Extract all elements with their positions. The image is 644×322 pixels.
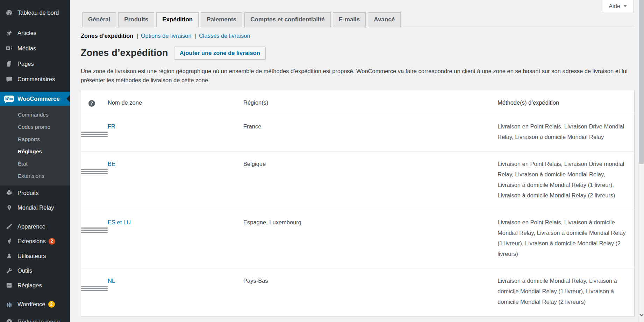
sidebar-item-apparence[interactable]: Apparence bbox=[0, 219, 70, 234]
submenu-item-etat[interactable]: État bbox=[0, 158, 70, 170]
help-icon[interactable]: ? bbox=[88, 100, 95, 107]
sidebar-item-label: WooCommerce bbox=[17, 96, 60, 102]
sidebar-item-label: Commentaires bbox=[17, 76, 55, 83]
tools-icon bbox=[5, 267, 13, 274]
table-header-regions: Région(s) bbox=[243, 97, 498, 108]
tab-produits[interactable]: Produits bbox=[118, 12, 154, 27]
submenu-item-rapports[interactable]: Rapports bbox=[0, 133, 70, 145]
products-icon bbox=[5, 189, 13, 196]
menu-separator bbox=[0, 20, 70, 25]
page-title: Zones d’expédition bbox=[81, 48, 168, 58]
zone-row-fr: FR France Livraison en Point Relais, Liv… bbox=[81, 114, 634, 151]
media-icon bbox=[5, 45, 13, 52]
tab-paiements[interactable]: Paiements bbox=[201, 12, 242, 27]
woocommerce-submenu: Commandes Codes promo Rapports Réglages … bbox=[0, 106, 70, 186]
drag-handle-icon[interactable] bbox=[81, 227, 108, 233]
sidebar-item-mondial-relay[interactable]: Mondial Relay bbox=[0, 200, 70, 215]
subnav-classes-livraison[interactable]: Classes de livraison bbox=[199, 33, 250, 39]
submenu-item-extensions[interactable]: Extensions bbox=[0, 170, 70, 182]
sidebar-item-label: Articles bbox=[17, 30, 36, 36]
sidebar-item-label: Outils bbox=[17, 267, 32, 274]
menu-separator bbox=[0, 215, 70, 219]
sidebar-item-label: Utilisateurs bbox=[17, 253, 46, 259]
zone-methods: Livraison en Point Relais, Livraison Dri… bbox=[498, 121, 634, 142]
pin-icon bbox=[5, 30, 13, 36]
subnav-zones-expedition[interactable]: Zones d’expédition bbox=[81, 33, 133, 39]
sidebar-item-label: Mondial Relay bbox=[17, 204, 54, 211]
plugins-icon bbox=[5, 238, 13, 245]
sidebar-item-label: Médias bbox=[17, 45, 36, 52]
sidebar-item-utilisateurs[interactable]: Utilisateurs bbox=[0, 248, 70, 263]
zone-row-es-lu: ES et LU Espagne, Luxembourg Livraison e… bbox=[81, 210, 634, 268]
zone-name-link[interactable]: BE bbox=[108, 161, 115, 167]
subnav-separator: | bbox=[137, 33, 138, 39]
table-header-row: ? Nom de zone Région(s) Méthode(s) d’exp… bbox=[81, 90, 634, 114]
settings-icon bbox=[5, 282, 13, 288]
zone-name-link[interactable]: FR bbox=[108, 123, 115, 130]
zone-name-link[interactable]: ES et LU bbox=[108, 219, 131, 225]
menu-separator bbox=[0, 87, 70, 92]
zone-methods: Livraison en Point Relais, Livraison à d… bbox=[498, 217, 634, 259]
sidebar-item-wordfence[interactable]: Wordfence 2 bbox=[0, 297, 70, 312]
chevron-down-icon bbox=[623, 5, 627, 9]
sidebar-item-label: Réglages bbox=[17, 282, 42, 289]
tab-expedition[interactable]: Expédition bbox=[156, 12, 199, 27]
tab-avance[interactable]: Avancé bbox=[368, 12, 401, 27]
tab-emails[interactable]: E-mails bbox=[333, 12, 366, 27]
table-header-handle: ? bbox=[81, 97, 108, 108]
help-button[interactable]: Aide bbox=[602, 0, 634, 13]
sidebar-item-pages[interactable]: Pages bbox=[0, 56, 70, 71]
sidebar-item-label: Extensions bbox=[17, 238, 46, 245]
sidebar-item-woocommerce[interactable]: Woo WooCommerce bbox=[0, 92, 70, 106]
scroll-down-arrow[interactable] bbox=[639, 312, 644, 318]
sidebar-item-extensions[interactable]: Extensions 2 bbox=[0, 234, 70, 248]
sidebar-item-label: Wordfence bbox=[17, 301, 45, 308]
zone-name-link[interactable]: NL bbox=[108, 278, 115, 284]
admin-sidebar: Tableau de bord Articles Médias Pages bbox=[0, 0, 70, 322]
tab-general[interactable]: Général bbox=[82, 12, 116, 27]
sidebar-item-reglages-wp[interactable]: Réglages bbox=[0, 278, 70, 293]
table-header-methods: Méthode(s) d’expédition bbox=[498, 97, 634, 108]
sidebar-item-label: Tableau de bord bbox=[17, 9, 59, 16]
wordfence-icon bbox=[5, 301, 13, 308]
subnav-options-livraison[interactable]: Options de livraison bbox=[141, 33, 192, 39]
submenu-item-commandes[interactable]: Commandes bbox=[0, 108, 70, 121]
zone-regions: Pays-Bas bbox=[243, 275, 498, 307]
table-header-zone-name: Nom de zone bbox=[108, 97, 243, 108]
drag-handle-icon[interactable] bbox=[81, 286, 108, 291]
comments-icon bbox=[5, 76, 13, 83]
submenu-item-reglages[interactable]: Réglages bbox=[0, 145, 70, 158]
menu-separator bbox=[0, 293, 70, 297]
sidebar-item-label: Pages bbox=[17, 61, 34, 67]
location-pin-icon bbox=[5, 204, 13, 211]
sidebar-item-commentaires[interactable]: Commentaires bbox=[0, 71, 70, 87]
sidebar-item-collapse-menu[interactable]: Réduire le menu bbox=[0, 314, 70, 322]
title-row: Zones d’expédition Ajouter une zone de l… bbox=[81, 47, 635, 59]
scrollbar-thumb[interactable] bbox=[639, 0, 644, 164]
zone-regions: France bbox=[243, 121, 498, 142]
zone-methods: Livraison en Point Relais, Livraison Dri… bbox=[498, 159, 634, 201]
vertical-scrollbar[interactable] bbox=[638, 0, 644, 322]
sidebar-item-medias[interactable]: Médias bbox=[0, 41, 70, 56]
sidebar-item-outils[interactable]: Outils bbox=[0, 263, 70, 278]
sidebar-item-label: Apparence bbox=[17, 223, 45, 230]
pages-icon bbox=[5, 61, 13, 67]
users-icon bbox=[5, 253, 13, 259]
shipping-subnav: Zones d’expédition | Options de livraiso… bbox=[81, 33, 635, 39]
sidebar-item-dashboard[interactable]: Tableau de bord bbox=[0, 5, 70, 20]
sidebar-item-articles[interactable]: Articles bbox=[0, 25, 70, 41]
add-zone-button[interactable]: Ajouter une zone de livraison bbox=[174, 47, 266, 59]
woocommerce-icon: Woo bbox=[5, 96, 13, 102]
drag-handle-icon[interactable] bbox=[81, 132, 108, 137]
woocommerce-settings-screen: Tableau de bord Articles Médias Pages bbox=[0, 0, 644, 322]
tab-comptes[interactable]: Comptes et confidentialité bbox=[244, 12, 331, 27]
zone-row-be: BE Belgique Livraison en Point Relais, L… bbox=[81, 151, 634, 210]
main-content: Aide Général Produits Expédition Paiemen… bbox=[70, 0, 644, 322]
submenu-item-codes-promo[interactable]: Codes promo bbox=[0, 121, 70, 133]
subnav-separator: | bbox=[195, 33, 196, 39]
shipping-zones-table: ? Nom de zone Région(s) Méthode(s) d’exp… bbox=[81, 90, 635, 316]
drag-handle-icon[interactable] bbox=[81, 169, 108, 174]
update-count-badge: 2 bbox=[49, 238, 55, 245]
sidebar-item-produits[interactable]: Produits bbox=[0, 186, 70, 200]
sidebar-item-label: Réduire le menu bbox=[17, 318, 60, 322]
